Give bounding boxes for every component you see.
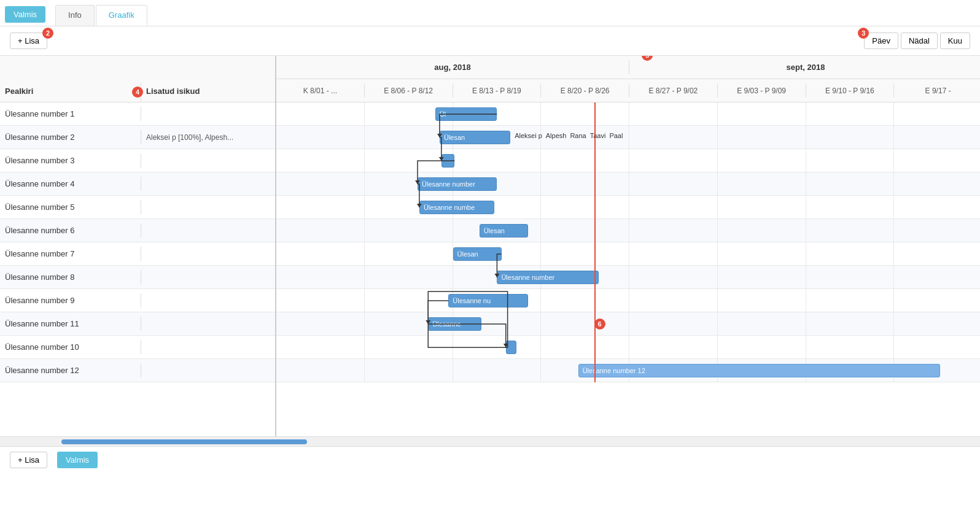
gantt-cell	[718, 289, 806, 312]
gantt-cell	[806, 126, 895, 149]
gantt-inner: aug, 2018 sept, 2018 5 K 8/01 - ...E 8/0…	[276, 56, 980, 382]
gantt-bar[interactable]: Ül	[435, 107, 497, 121]
task-row[interactable]: Ülesanne number 5	[0, 196, 275, 219]
today-line	[594, 102, 596, 382]
gantt-cell	[541, 149, 629, 172]
task-row[interactable]: Ülesanne number 7	[0, 242, 275, 266]
week-col: E 8/06 - P 8/12	[365, 84, 453, 98]
gantt-row	[276, 266, 980, 289]
task-persons	[141, 158, 275, 163]
gantt-row	[276, 172, 980, 196]
tab-graafik[interactable]: Graafik	[96, 5, 147, 26]
view-week-button[interactable]: Nädal	[901, 33, 938, 49]
gantt-cell	[894, 289, 980, 312]
task-row[interactable]: Ülesanne number 11	[0, 312, 275, 336]
gantt-bar[interactable]	[506, 341, 516, 354]
week-col: E 9/17 -	[894, 84, 980, 98]
view-day-button[interactable]: Päev	[864, 33, 898, 49]
task-row[interactable]: Ülesanne number 10	[0, 336, 275, 359]
tab-info[interactable]: Info	[55, 5, 95, 26]
task-name: Ülesanne number 11	[0, 317, 141, 331]
col-title-label: Pealkiri	[5, 87, 33, 96]
gantt-bar[interactable]	[441, 154, 455, 168]
top-bar: Valmis Info Graafik	[0, 0, 980, 26]
gantt-cell	[541, 172, 629, 195]
gantt-bar[interactable]: Ülesanne numbe	[419, 201, 494, 214]
gantt-cell	[541, 242, 629, 265]
gantt-cell	[629, 102, 718, 125]
add-button-top[interactable]: + Lisa	[10, 33, 47, 49]
gantt-container: 4 Pealkiri Lisatud isikud Ülesanne numbe…	[0, 56, 980, 436]
task-row[interactable]: Ülesanne number 2 Aleksei p [100%], Alpe…	[0, 126, 275, 149]
gantt-cell	[629, 242, 718, 265]
scroll-thumb[interactable]	[61, 439, 307, 444]
gantt-bar[interactable]: Ülesanne nu	[448, 294, 527, 307]
view-month-button[interactable]: Kuu	[940, 33, 970, 49]
bottom-bar: + Lisa Valmis	[0, 446, 980, 473]
gantt-row	[276, 242, 980, 266]
gantt-bar[interactable]: Ülesan	[453, 247, 502, 261]
gantt-cell	[718, 196, 806, 218]
add-button-bottom[interactable]: + Lisa	[10, 452, 47, 468]
gantt-cell	[894, 196, 980, 218]
add-badge: 2	[42, 28, 53, 39]
gantt-cell	[365, 266, 453, 288]
task-row[interactable]: Ülesanne number 12	[0, 359, 275, 382]
task-row[interactable]: Ülesanne number 9	[0, 289, 275, 312]
gantt-cell	[276, 102, 365, 125]
gantt-cell	[365, 359, 453, 382]
gantt-cell	[806, 289, 895, 312]
task-name: Ülesanne number 4	[0, 177, 141, 191]
gantt-cell	[806, 102, 895, 125]
gantt-cell	[718, 149, 806, 172]
gantt-cell	[718, 312, 806, 335]
task-row[interactable]: Ülesanne number 3	[0, 149, 275, 172]
gantt-cell	[718, 242, 806, 265]
gantt-cell	[806, 336, 895, 358]
gantt-bar[interactable]: Ülesan	[480, 224, 528, 237]
gantt-cell	[365, 336, 453, 358]
gantt-row	[276, 149, 980, 172]
task-name: Ülesanne number 3	[0, 153, 141, 168]
col-persons-label: Lisatud isikud	[141, 83, 275, 102]
task-persons	[141, 298, 275, 303]
gantt-bar[interactable]: Ülesanne	[428, 317, 481, 331]
month-sept: sept, 2018	[629, 60, 980, 74]
valmis-button-bottom[interactable]: Valmis	[57, 452, 98, 468]
task-row[interactable]: Ülesanne number 1	[0, 102, 275, 126]
task-persons	[141, 228, 275, 233]
gantt-bar[interactable]: Ülesan	[440, 131, 510, 144]
gantt-cell	[365, 149, 453, 172]
right-panel[interactable]: aug, 2018 sept, 2018 5 K 8/01 - ...E 8/0…	[276, 56, 980, 436]
gantt-row	[276, 289, 980, 312]
task-row[interactable]: Ülesanne number 8	[0, 266, 275, 289]
task-persons	[141, 112, 275, 117]
gantt-bar[interactable]: Ülesanne number	[497, 271, 598, 284]
toolbar: + Lisa 2 3 Päev Nädal Kuu	[0, 26, 980, 56]
task-name: Ülesanne number 2	[0, 130, 141, 144]
gantt-cell	[541, 219, 629, 242]
task-name: Ülesanne number 6	[0, 223, 141, 237]
month-aug: aug, 2018	[276, 60, 629, 74]
task-row[interactable]: Ülesanne number 6	[0, 219, 275, 242]
gantt-cell	[629, 266, 718, 288]
task-persons	[141, 182, 275, 187]
gantt-cell	[541, 289, 629, 312]
gantt-cell	[276, 312, 365, 335]
gantt-bar[interactable]: Ülesanne number 12	[578, 364, 940, 377]
gantt-cell	[806, 149, 895, 172]
gantt-cell	[453, 359, 542, 382]
gantt-cell	[894, 312, 980, 335]
task-row[interactable]: Ülesanne number 4	[0, 172, 275, 196]
gantt-bar[interactable]: Ülesanne number	[418, 177, 497, 191]
task-list: Ülesanne number 1 Ülesanne number 2 Alek…	[0, 102, 275, 382]
gantt-row	[276, 336, 980, 359]
valmis-button-top[interactable]: Valmis	[5, 6, 45, 23]
gantt-cell	[276, 172, 365, 195]
gantt-week-header: K 8/01 - ...E 8/06 - P 8/12E 8/13 - P 8/…	[276, 79, 980, 102]
task-name: Ülesanne number 8	[0, 270, 141, 284]
scroll-area[interactable]	[0, 436, 980, 446]
gantt-cell	[629, 126, 718, 149]
gantt-row	[276, 219, 980, 242]
gantt-cell	[894, 219, 980, 242]
